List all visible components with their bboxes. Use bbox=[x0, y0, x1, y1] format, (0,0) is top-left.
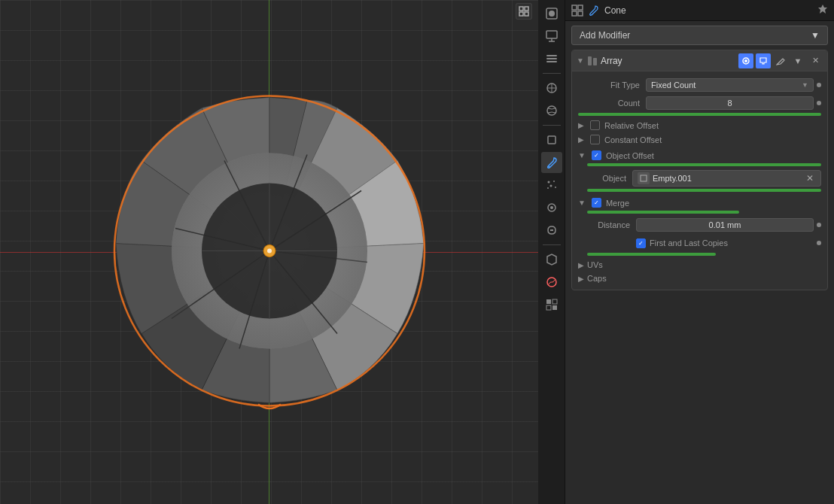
svg-rect-32 bbox=[548, 136, 555, 144]
fit-type-chevron: ▼ bbox=[802, 81, 808, 89]
svg-point-37 bbox=[555, 187, 556, 188]
object-offset-bar-row bbox=[572, 162, 827, 169]
object-bar-row bbox=[572, 188, 827, 194]
modifier-render-btn[interactable] bbox=[756, 53, 771, 68]
merge-progress-bar bbox=[587, 211, 739, 214]
sidebar-icon-physics[interactable] bbox=[541, 197, 562, 218]
object-offset-bar bbox=[587, 163, 821, 166]
sidebar-icon-world[interactable] bbox=[541, 100, 562, 121]
panel-modifier-icon bbox=[588, 5, 600, 17]
first-last-bar-row bbox=[572, 252, 827, 258]
merge-arrow: ▼ bbox=[578, 199, 586, 207]
object-offset-label: Object Offset bbox=[606, 151, 654, 160]
merge-row[interactable]: ▼ ✓ Merge bbox=[572, 196, 827, 210]
sidebar-icon-object[interactable] bbox=[541, 129, 562, 150]
distance-dot[interactable] bbox=[817, 223, 821, 227]
svg-rect-50 bbox=[588, 56, 592, 65]
constant-offset-row[interactable]: ▶ Constant Offset bbox=[572, 132, 827, 147]
uvs-arrow: ▶ bbox=[578, 261, 584, 269]
object-value-text: Empty.001 bbox=[653, 174, 692, 183]
panel-topbar-left: Cone bbox=[571, 5, 626, 17]
modifier-collapse-arrow[interactable]: ▼ bbox=[577, 56, 584, 65]
merge-label: Merge bbox=[606, 199, 629, 208]
relative-offset-arrow: ▶ bbox=[578, 121, 584, 129]
modifier-type-icon bbox=[587, 56, 598, 66]
add-modifier-label: Add Modifier bbox=[580, 30, 630, 41]
sidebar-icon-modifier[interactable] bbox=[541, 152, 562, 173]
count-value-field[interactable]: 8 bbox=[646, 96, 814, 110]
svg-rect-48 bbox=[572, 11, 577, 16]
object-offset-row[interactable]: ▼ ✓ Object Offset bbox=[572, 148, 827, 162]
svg-rect-46 bbox=[572, 5, 577, 10]
add-modifier-chevron: ▼ bbox=[811, 30, 820, 41]
distance-label: Distance bbox=[587, 220, 636, 229]
object-value-field[interactable]: Empty.001 ✕ bbox=[632, 170, 821, 187]
distance-value-field[interactable]: 0.01 mm bbox=[636, 218, 814, 232]
sidebar-icon-viewlayer[interactable] bbox=[541, 48, 562, 69]
merge-checkbox[interactable]: ✓ bbox=[592, 198, 601, 208]
caps-label: Caps bbox=[587, 274, 607, 283]
sidebar-icon-scene[interactable] bbox=[541, 77, 562, 99]
add-modifier-button[interactable]: Add Modifier ▼ bbox=[571, 26, 828, 45]
sidebar-icon-constraints[interactable] bbox=[541, 220, 562, 241]
first-last-content: ✓ First and Last Copies bbox=[636, 238, 814, 248]
svg-rect-49 bbox=[578, 11, 583, 16]
object-offset-arrow: ▼ bbox=[578, 151, 586, 159]
first-last-dot[interactable] bbox=[817, 241, 821, 245]
svg-rect-54 bbox=[641, 175, 647, 181]
sidebar-icon-output[interactable] bbox=[541, 26, 562, 47]
sidebar-icon-data[interactable] bbox=[541, 249, 562, 270]
svg-rect-27 bbox=[546, 55, 557, 56]
cone-3d-object bbox=[51, 41, 488, 464]
constant-offset-checkbox[interactable] bbox=[590, 135, 600, 144]
object-clear-btn[interactable]: ✕ bbox=[804, 172, 816, 184]
merge-bar-row bbox=[572, 210, 827, 216]
separator-1 bbox=[543, 73, 561, 74]
merge-section: ▼ ✓ Merge Distance 0.01 mm bbox=[572, 196, 827, 258]
constant-offset-arrow: ▶ bbox=[578, 135, 584, 144]
uvs-row[interactable]: ▶ UVs bbox=[572, 258, 827, 272]
panel-grid-icon bbox=[571, 5, 583, 17]
empty-object-icon bbox=[638, 172, 650, 184]
modifier-header: ▼ Array bbox=[572, 50, 827, 71]
svg-point-33 bbox=[548, 166, 549, 168]
svg-rect-51 bbox=[593, 58, 597, 65]
svg-point-53 bbox=[744, 59, 747, 62]
sidebar-icon-uv[interactable] bbox=[541, 294, 562, 315]
sidebar-icon-material[interactable] bbox=[541, 272, 562, 293]
sidebar-icon-render[interactable] bbox=[541, 3, 562, 24]
viewport-header bbox=[0, 0, 538, 20]
svg-rect-47 bbox=[578, 5, 583, 10]
fit-type-value[interactable]: Fixed Count ▼ bbox=[646, 78, 814, 92]
icon-sidebar bbox=[538, 0, 565, 504]
modifier-name[interactable]: Array bbox=[601, 56, 622, 66]
separator-3 bbox=[543, 244, 561, 245]
svg-rect-43 bbox=[552, 299, 557, 304]
svg-point-40 bbox=[550, 206, 553, 209]
modifier-content: Fit Type Fixed Count ▼ Count 8 bbox=[572, 71, 827, 290]
count-row: Count 8 bbox=[572, 94, 827, 112]
relative-offset-label: Relative Offset bbox=[604, 121, 659, 130]
caps-row[interactable]: ▶ Caps bbox=[572, 272, 827, 285]
count-progress-bar bbox=[578, 113, 821, 116]
svg-point-34 bbox=[547, 181, 549, 184]
constant-offset-label: Constant Offset bbox=[604, 135, 662, 144]
modifier-edit-btn[interactable] bbox=[773, 53, 788, 68]
svg-point-38 bbox=[547, 187, 549, 189]
viewport[interactable] bbox=[0, 0, 538, 504]
modifier-realtime-btn[interactable] bbox=[738, 53, 753, 68]
modifier-close-btn[interactable]: ✕ bbox=[808, 53, 823, 68]
right-panel: Cone Add Modifier ▼ ▼ bbox=[538, 0, 834, 504]
first-last-checkbox[interactable]: ✓ bbox=[636, 238, 646, 248]
relative-offset-row[interactable]: ▶ Relative Offset bbox=[572, 118, 827, 132]
panel-pin-icon[interactable] bbox=[817, 4, 828, 17]
fit-type-dot[interactable] bbox=[817, 83, 821, 87]
sidebar-icon-particles[interactable] bbox=[541, 175, 562, 196]
distance-row: Distance 0.01 mm bbox=[572, 216, 827, 234]
count-dot[interactable] bbox=[817, 101, 821, 105]
modifier-options-btn[interactable]: ▼ bbox=[790, 53, 805, 68]
object-progress-bar bbox=[587, 189, 821, 192]
relative-offset-checkbox[interactable] bbox=[590, 120, 600, 130]
object-offset-checkbox[interactable]: ✓ bbox=[592, 150, 601, 160]
svg-rect-29 bbox=[546, 61, 557, 62]
